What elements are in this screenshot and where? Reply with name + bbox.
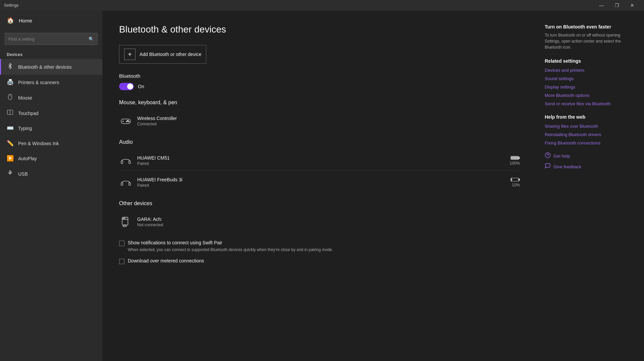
tip-text: To turn Bluetooth on or off without open… bbox=[545, 32, 636, 50]
toggle-knob bbox=[127, 83, 133, 89]
mouse-keyboard-section: Mouse, keyboard, & pen Wirele bbox=[119, 100, 520, 131]
add-device-plus-icon: + bbox=[124, 49, 136, 60]
link-send-receive[interactable]: Send or receive files via Bluetooth bbox=[545, 101, 636, 106]
sidebar-item-pen-label: Pen & Windows Ink bbox=[18, 141, 59, 146]
sidebar-item-usb[interactable]: USB bbox=[0, 166, 102, 182]
device-huawei-cm51[interactable]: HUAWEI CM51 Paired 100% bbox=[119, 151, 520, 171]
swift-pair-checkbox[interactable] bbox=[119, 241, 124, 246]
gara-name: GARA: Ach: bbox=[137, 217, 520, 222]
sidebar-home[interactable]: 🏠 Home bbox=[0, 11, 102, 30]
swift-pair-row: Show notifications to connect using Swif… bbox=[119, 240, 520, 253]
svg-line-27 bbox=[125, 224, 126, 226]
pen-icon: ✏️ bbox=[7, 140, 13, 147]
close-button[interactable]: ✕ bbox=[625, 0, 640, 11]
controller-name: Wireless Controller bbox=[137, 116, 520, 121]
get-help-icon bbox=[545, 152, 551, 160]
svg-rect-24 bbox=[511, 178, 512, 181]
cm51-name: HUAWEI CM51 bbox=[137, 155, 509, 161]
mouse-icon bbox=[7, 94, 13, 102]
freebuds-status: Paired bbox=[137, 183, 511, 188]
swift-pair-desc: When selected, you can connect to suppor… bbox=[128, 247, 333, 253]
svg-point-13 bbox=[128, 121, 129, 122]
device-freebuds-3i[interactable]: HUAWEI FreeBuds 3i Paired 10% bbox=[119, 172, 520, 192]
svg-point-14 bbox=[126, 121, 127, 122]
page-title: Bluetooth & other devices bbox=[119, 24, 520, 35]
app-title: Settings bbox=[4, 3, 18, 8]
sidebar-section-label: Devices bbox=[0, 50, 102, 59]
search-icon: 🔍 bbox=[89, 37, 94, 42]
give-feedback-icon bbox=[545, 163, 551, 170]
svg-point-30 bbox=[123, 218, 123, 219]
sidebar-item-usb-label: USB bbox=[18, 171, 28, 177]
link-sharing-files[interactable]: Sharing files over Bluetooth bbox=[545, 124, 636, 129]
cm51-status: Paired bbox=[137, 161, 509, 166]
other-devices-section: Other devices bbox=[119, 200, 520, 232]
sidebar-item-autoplay-label: AutoPlay bbox=[18, 156, 37, 161]
svg-line-28 bbox=[123, 224, 124, 226]
tip-title: Turn on Bluetooth even faster bbox=[545, 24, 636, 29]
device-wireless-controller[interactable]: Wireless Controller Connected bbox=[119, 111, 520, 131]
svg-point-12 bbox=[127, 120, 128, 121]
sidebar-item-autoplay[interactable]: ▶️ AutoPlay bbox=[0, 151, 102, 166]
link-more-bluetooth[interactable]: More Bluetooth options bbox=[545, 93, 636, 98]
get-help-item[interactable]: Get help bbox=[545, 152, 636, 160]
bluetooth-icon bbox=[7, 63, 13, 71]
freebuds-info: HUAWEI FreeBuds 3i Paired bbox=[137, 177, 511, 188]
search-input[interactable] bbox=[8, 37, 86, 42]
bluetooth-toggle-row: On bbox=[119, 83, 520, 90]
controller-icon bbox=[119, 114, 132, 128]
search-container: 🔍 bbox=[5, 33, 98, 45]
sidebar-item-pen[interactable]: ✏️ Pen & Windows Ink bbox=[0, 136, 102, 151]
touchpad-icon bbox=[7, 110, 13, 117]
sidebar-item-typing[interactable]: ⌨️ Typing bbox=[0, 121, 102, 136]
link-reinstalling[interactable]: Reinstalling Bluetooth drivers bbox=[545, 132, 636, 137]
sidebar-item-touchpad[interactable]: Touchpad bbox=[0, 106, 102, 121]
link-fixing[interactable]: Fixing Bluetooth connections bbox=[545, 140, 636, 145]
sidebar: 🏠 Home 🔍 Devices Bluetooth & other devic… bbox=[0, 11, 102, 361]
bluetooth-section-label: Bluetooth bbox=[119, 73, 520, 79]
controller-status: Connected bbox=[137, 122, 520, 126]
metered-checkbox[interactable] bbox=[119, 259, 124, 264]
headphones-freebuds-icon bbox=[119, 176, 132, 189]
freebuds-name: HUAWEI FreeBuds 3i bbox=[137, 177, 511, 182]
gara-status: Not connected bbox=[137, 223, 520, 227]
swift-pair-label: Show notifications to connect using Swif… bbox=[128, 240, 333, 245]
bluetooth-toggle-state: On bbox=[138, 84, 144, 89]
mouse-keyboard-title: Mouse, keyboard, & pen bbox=[119, 100, 520, 106]
link-devices-printers[interactable]: Devices and printers bbox=[545, 68, 636, 73]
audio-section-title: Audio bbox=[119, 139, 520, 145]
sidebar-item-mouse-label: Mouse bbox=[18, 95, 32, 101]
svg-rect-23 bbox=[519, 179, 520, 181]
typing-icon: ⌨️ bbox=[7, 125, 13, 132]
svg-rect-15 bbox=[121, 161, 123, 164]
get-help-label: Get help bbox=[553, 154, 570, 159]
usb-icon bbox=[7, 170, 13, 178]
controller-info: Wireless Controller Connected bbox=[137, 116, 520, 126]
sidebar-item-mouse[interactable]: Mouse bbox=[0, 90, 102, 106]
other-devices-title: Other devices bbox=[119, 200, 520, 206]
home-icon: 🏠 bbox=[7, 17, 14, 24]
sidebar-item-printers-label: Printers & scanners bbox=[18, 80, 59, 85]
bluetooth-toggle[interactable] bbox=[119, 83, 134, 90]
freebuds-battery-pct: 10% bbox=[512, 183, 520, 187]
sidebar-item-printers[interactable]: 🖨️ Printers & scanners bbox=[0, 75, 102, 90]
cm51-battery: 100% bbox=[509, 156, 520, 166]
window-controls: — ❐ ✕ bbox=[594, 0, 640, 11]
swift-pair-content: Show notifications to connect using Swif… bbox=[128, 240, 333, 253]
add-device-button[interactable]: + Add Bluetooth or other device bbox=[119, 45, 206, 64]
maximize-button[interactable]: ❐ bbox=[609, 0, 625, 11]
link-display-settings[interactable]: Display settings bbox=[545, 84, 636, 89]
minimize-button[interactable]: — bbox=[594, 0, 609, 11]
link-sound-settings[interactable]: Sound settings bbox=[545, 76, 636, 81]
bluetooth-section: Bluetooth On bbox=[119, 73, 520, 90]
svg-rect-16 bbox=[129, 161, 130, 164]
sidebar-item-bluetooth[interactable]: Bluetooth & other devices bbox=[0, 59, 102, 75]
sidebar-item-bluetooth-label: Bluetooth & other devices bbox=[18, 64, 72, 70]
add-device-label: Add Bluetooth or other device bbox=[140, 52, 201, 57]
freebuds-battery: 10% bbox=[511, 177, 520, 187]
svg-rect-18 bbox=[519, 157, 520, 159]
main-content: Bluetooth & other devices + Add Bluetoot… bbox=[102, 11, 644, 361]
give-feedback-item[interactable]: Give feedback bbox=[545, 163, 636, 170]
device-gara[interactable]: GARA: Ach: Not connected bbox=[119, 212, 520, 232]
svg-rect-19 bbox=[511, 157, 518, 159]
